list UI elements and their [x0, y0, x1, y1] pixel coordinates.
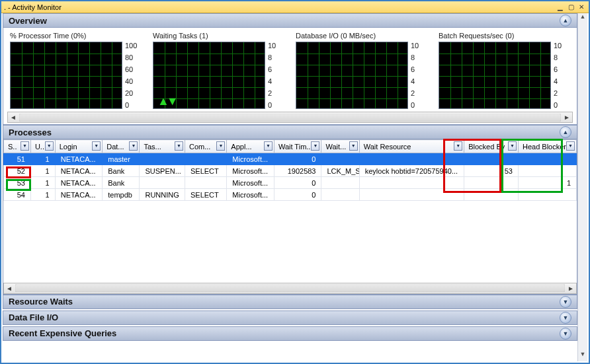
cell-wty — [321, 189, 359, 201]
col-header[interactable]: Dat...▼ — [103, 140, 140, 153]
processes-header[interactable]: Processes ▲ — [3, 125, 577, 139]
processes-collapse-icon[interactable]: ▲ — [560, 126, 571, 138]
col-header[interactable]: Wait Tim...▼ — [274, 140, 321, 153]
filter-dropdown-icon[interactable]: ▼ — [508, 141, 517, 151]
expensive-queries-title: Recent Expensive Queries — [9, 328, 116, 338]
main-vscroll[interactable]: ▲ ▼ — [577, 13, 587, 361]
col-header[interactable]: Tas...▼ — [140, 140, 185, 153]
cell-app: Microsoft... — [227, 165, 274, 177]
table-row[interactable]: 521NETACA...BankSUSPEN...SELECTMicrosoft… — [4, 165, 577, 177]
cell-db: Bank — [103, 165, 140, 177]
col-label: Appl... — [231, 143, 251, 151]
filter-dropdown-icon[interactable]: ▼ — [129, 141, 138, 151]
overview-title: Overview — [9, 16, 47, 26]
cell-wres: keylock hobtid=720575940... — [359, 165, 464, 177]
col-header[interactable]: U..▼ — [30, 140, 55, 153]
filter-dropdown-icon[interactable]: ▼ — [216, 141, 225, 151]
cell-task: SUSPEN... — [140, 165, 185, 177]
col-label: Head Blocker — [523, 143, 566, 151]
cell-login: NETACA... — [55, 189, 103, 201]
col-label: Dat... — [106, 143, 124, 151]
filter-dropdown-icon[interactable]: ▼ — [566, 141, 575, 151]
col-header[interactable]: Head Blocker▼ — [518, 140, 576, 153]
col-label: Blocked By — [468, 143, 505, 151]
datafile-io-header[interactable]: Data File I/O ▼ — [3, 310, 577, 325]
overview-collapse-icon[interactable]: ▲ — [560, 15, 571, 26]
scroll-track[interactable] — [15, 284, 565, 292]
cell-wres — [359, 189, 464, 201]
table-row[interactable]: 541NETACA...tempdbRUNNINGSELECTMicrosoft… — [4, 189, 577, 201]
cell-db: Bank — [103, 177, 140, 189]
col-header[interactable]: Appl...▼ — [227, 140, 274, 153]
processes-table[interactable]: S..▼U..▼Login▼Dat...▼Tas...▼Com...▼Appl.… — [3, 139, 577, 280]
cell-cmd — [185, 153, 226, 165]
resource-waits-title: Resource Waits — [9, 297, 73, 307]
filter-dropdown-icon[interactable]: ▼ — [45, 141, 54, 151]
filter-dropdown-icon[interactable]: ▼ — [311, 141, 319, 151]
overview-header[interactable]: Overview ▲ — [3, 13, 577, 28]
cell-wty: LCK_M_S — [321, 165, 359, 177]
overview-hscroll[interactable]: ◄ ► — [7, 112, 573, 123]
col-label: Wait Tim... — [278, 143, 313, 151]
minimize-button[interactable]: ▁ — [556, 3, 565, 11]
cell-bby — [464, 153, 519, 165]
datafile-io-collapse-icon[interactable]: ▼ — [560, 312, 571, 324]
scroll-right-icon[interactable]: ► — [562, 114, 572, 121]
col-label: S.. — [8, 143, 17, 151]
titlebar[interactable]: . - Activity Monitor ▁ ▢ ✕ — [1, 1, 589, 13]
mini-chart-title: Waiting Tasks (1) — [153, 32, 285, 40]
col-header[interactable]: Login▼ — [55, 140, 103, 153]
cell-wt: 0 — [274, 153, 321, 165]
cell-cmd — [185, 177, 226, 189]
chart-canvas — [439, 42, 551, 109]
resource-waits-collapse-icon[interactable]: ▼ — [560, 296, 571, 308]
filter-dropdown-icon[interactable]: ▼ — [454, 141, 462, 151]
col-header[interactable]: S..▼ — [4, 140, 31, 153]
scroll-left-icon[interactable]: ◄ — [4, 285, 15, 292]
cell-wres — [359, 153, 464, 165]
filter-dropdown-icon[interactable]: ▼ — [175, 141, 183, 151]
maximize-button[interactable]: ▢ — [566, 3, 575, 11]
table-header-row: S..▼U..▼Login▼Dat...▼Tas...▼Com...▼Appl.… — [4, 140, 577, 153]
y-axis: 100806040200 — [122, 42, 142, 109]
expensive-queries-header[interactable]: Recent Expensive Queries ▼ — [3, 326, 577, 341]
y-axis: 1086420 — [265, 42, 285, 109]
close-button[interactable]: ✕ — [577, 3, 586, 11]
scroll-track[interactable] — [19, 114, 561, 122]
col-header[interactable]: Blocked By▼ — [464, 140, 519, 153]
table-row[interactable]: 531NETACA...BankMicrosoft...01 — [4, 177, 577, 189]
filter-dropdown-icon[interactable]: ▼ — [92, 141, 101, 151]
cell-sid: 53 — [4, 177, 31, 189]
filter-dropdown-icon[interactable]: ▼ — [21, 141, 29, 151]
scroll-left-icon[interactable]: ◄ — [8, 114, 19, 121]
mini-chart-title: % Processor Time (0%) — [10, 32, 142, 40]
cell-u: 1 — [30, 189, 55, 201]
scroll-up-icon[interactable]: ▲ — [578, 13, 587, 24]
cell-wt: 1902583 — [274, 165, 321, 177]
col-header[interactable]: Com...▼ — [185, 140, 226, 153]
filter-dropdown-icon[interactable]: ▼ — [349, 141, 358, 151]
scroll-down-icon[interactable]: ▼ — [578, 351, 587, 361]
cell-cmd: SELECT — [185, 189, 226, 201]
cell-task — [140, 177, 185, 189]
scroll-thumb[interactable] — [578, 24, 587, 351]
expensive-queries-collapse-icon[interactable]: ▼ — [560, 328, 571, 340]
cell-hb: 1 — [518, 177, 576, 189]
col-header[interactable]: Wait...▼ — [321, 140, 359, 153]
filter-dropdown-icon[interactable]: ▼ — [264, 141, 273, 151]
cell-bby: 53 — [464, 165, 519, 177]
processes-hscroll[interactable]: ◄ ► — [3, 283, 577, 294]
cell-wty — [321, 177, 359, 189]
y-axis: 1086420 — [408, 42, 428, 109]
col-header[interactable]: Wait Resource▼ — [359, 140, 464, 153]
table-row[interactable]: 511NETACA...masterMicrosoft...0 — [4, 153, 577, 165]
datafile-io-title: Data File I/O — [9, 312, 58, 322]
processes-body: S..▼U..▼Login▼Dat...▼Tas...▼Com...▼Appl.… — [3, 139, 577, 295]
col-label: Login — [60, 143, 77, 151]
mini-chart-2: Database I/O (0 MB/sec)1086420 — [296, 32, 428, 109]
chart-canvas — [10, 42, 122, 109]
col-label: U.. — [35, 143, 44, 151]
resource-waits-header[interactable]: Resource Waits ▼ — [3, 295, 577, 309]
cell-hb — [518, 153, 576, 165]
scroll-right-icon[interactable]: ► — [566, 285, 576, 292]
